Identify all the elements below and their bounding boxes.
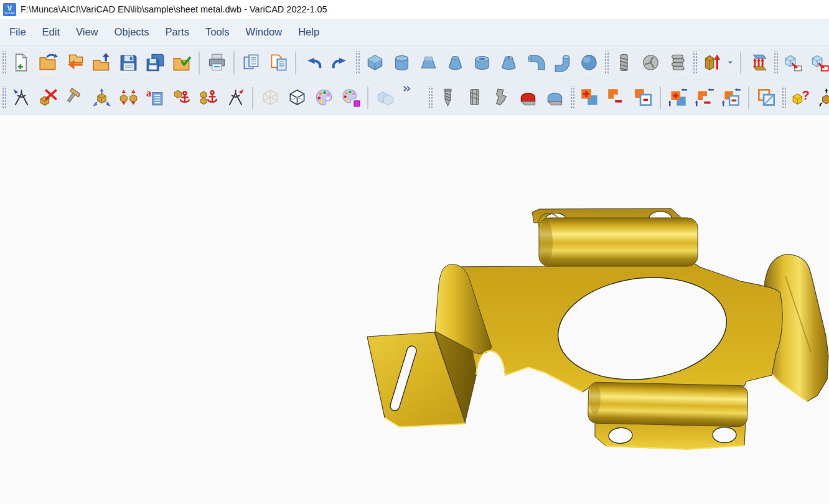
identify-solid-icon[interactable]: ? (789, 86, 813, 110)
app-icon: V VariCAD (3, 3, 16, 16)
toolbar-grip-handle[interactable] (604, 51, 609, 75)
solid-to-2d-icon[interactable] (781, 51, 805, 75)
wire-cube-pale-icon[interactable] (258, 86, 282, 110)
open-folder-icon[interactable] (36, 51, 60, 75)
move-solid-icon[interactable] (90, 86, 113, 110)
boolean-union-move-icon[interactable] (666, 86, 690, 110)
drill-icon[interactable] (436, 86, 459, 110)
select-tree-icon[interactable] (9, 86, 33, 110)
toolbar-grip-handle[interactable] (1, 86, 6, 110)
check-solid-icon[interactable]: ? (816, 86, 829, 110)
die-red-icon[interactable] (516, 86, 540, 110)
menu-file[interactable]: File (1, 21, 34, 44)
anchor-solids-icon[interactable] (197, 86, 220, 110)
boolean-intersect-icon[interactable] (631, 86, 655, 110)
toolbar-grip-handle[interactable] (569, 86, 574, 110)
overflow-chevron-icon[interactable] (400, 84, 413, 99)
toolbar-separator (233, 52, 235, 74)
toolbar-row-1 (0, 45, 829, 80)
palette-icon[interactable] (312, 86, 335, 110)
delete-solid-icon[interactable] (36, 86, 60, 110)
menu-window[interactable]: Window (237, 21, 290, 44)
paste-icon[interactable] (266, 51, 290, 75)
menu-parts[interactable]: Parts (157, 21, 197, 44)
menu-help[interactable]: Help (290, 21, 327, 44)
boolean-subtract-icon[interactable] (604, 86, 628, 110)
wire-cube-icon[interactable] (285, 86, 309, 110)
toolbar-grip-handle[interactable] (1, 51, 6, 75)
toolbar-separator (660, 86, 661, 109)
undo-icon[interactable] (301, 51, 325, 75)
menu-edit[interactable]: Edit (34, 21, 68, 44)
print-icon[interactable] (205, 51, 228, 75)
extrude-icon[interactable] (700, 51, 724, 75)
app-icon-caption: VariCAD (4, 12, 15, 14)
svg-text:?: ? (802, 88, 809, 102)
thread-icon[interactable] (612, 51, 635, 75)
menu-bar: FileEditViewObjectsPartsToolsWindowHelp (0, 19, 829, 45)
window-title: F:\Munca\AICI\VariCAD EN\lib\sample\shee… (21, 4, 327, 14)
toolbar-grip-handle[interactable] (781, 86, 786, 110)
menu-tools[interactable]: Tools (197, 21, 238, 44)
toolbar-grip-handle[interactable] (773, 51, 778, 75)
select-tree-red-icon[interactable] (223, 86, 247, 110)
palette-layer-icon[interactable] (339, 86, 362, 110)
rotary-tool-icon[interactable] (639, 51, 662, 75)
frustum-primitive-icon[interactable] (416, 51, 440, 75)
copy-icon[interactable] (240, 51, 263, 75)
save-check-icon[interactable] (170, 51, 194, 75)
boolean-intersect-move-icon[interactable] (719, 86, 743, 110)
hollow-cone-primitive-icon[interactable] (497, 51, 520, 75)
cylinder-primitive-icon[interactable] (390, 51, 413, 75)
overlap-frames-icon[interactable] (754, 86, 778, 110)
toolbar-separator (748, 86, 749, 109)
hammer-tool-icon[interactable] (63, 86, 87, 110)
toolbar-row-2: a?? (0, 80, 829, 115)
revert-folder-icon[interactable] (63, 51, 87, 75)
elbow-solid-primitive-icon[interactable] (550, 51, 574, 75)
toolbar-grip-handle[interactable] (692, 51, 697, 75)
elbow-primitive-icon[interactable] (523, 51, 547, 75)
toolbar-separator (367, 86, 368, 109)
box-primitive-icon[interactable] (363, 51, 386, 75)
redo-icon[interactable] (328, 51, 352, 75)
spring-icon[interactable] (665, 51, 689, 75)
mill-icon[interactable] (462, 86, 486, 110)
sheet-metal-part (0, 115, 829, 504)
boolean-union-icon[interactable] (578, 86, 601, 110)
import-folder-icon[interactable] (90, 51, 113, 75)
new-file-icon[interactable] (9, 51, 33, 75)
toolbar-separator (740, 52, 741, 74)
toolbar-grip-handle[interactable] (355, 51, 360, 75)
menu-view[interactable]: View (68, 21, 106, 44)
die-blue-icon[interactable] (543, 86, 566, 110)
toolbar-separator (295, 52, 296, 74)
save-icon[interactable] (116, 51, 140, 75)
attributes-icon[interactable]: a (143, 86, 167, 110)
tube-primitive-icon[interactable] (470, 51, 494, 75)
solid-to-2d-alt-icon[interactable] (808, 51, 829, 75)
app-icon-letter: V (7, 5, 12, 12)
swap-solids-icon[interactable] (116, 86, 140, 110)
lathe-tool-icon[interactable] (489, 86, 513, 110)
menu-objects[interactable]: Objects (106, 21, 157, 44)
toolbar-grip-handle[interactable] (428, 86, 433, 110)
extrude-dropdown-caret[interactable] (727, 51, 735, 75)
anchor-solid-icon[interactable] (170, 86, 194, 110)
boolean-subtract-move-icon[interactable] (693, 86, 716, 110)
lift-faces-icon[interactable] (746, 51, 770, 75)
cone-primitive-icon[interactable] (443, 51, 467, 75)
save-all-icon[interactable] (143, 51, 167, 75)
sphere-primitive-icon[interactable] (577, 51, 601, 75)
title-bar: V VariCAD F:\Munca\AICI\VariCAD EN\lib\s… (0, 0, 829, 19)
viewport-3d[interactable] (0, 115, 829, 504)
toolbar-separator (199, 52, 200, 74)
svg-text:a: a (146, 88, 152, 99)
selection-dim-icon[interactable] (373, 86, 397, 110)
toolbar-separator (252, 86, 253, 109)
